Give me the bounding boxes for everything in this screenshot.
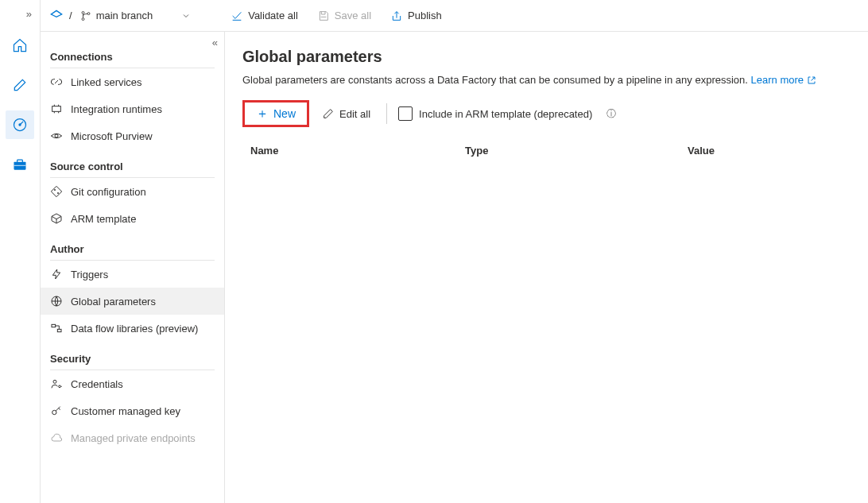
branch-dropdown[interactable]: main branch (79, 10, 193, 21)
sidebar-item-label: Integration runtimes (71, 103, 162, 115)
svg-point-6 (82, 17, 84, 20)
svg-point-16 (59, 385, 61, 388)
person-key-icon (50, 377, 63, 390)
breadcrumb-separator: / (69, 10, 72, 21)
section-author-title: Author (41, 232, 224, 260)
learn-more-label: Learn more (751, 74, 804, 86)
learn-more-link[interactable]: Learn more (751, 74, 816, 86)
sidebar-item-arm-template[interactable]: ARM template (41, 205, 224, 232)
include-arm-checkbox[interactable] (398, 106, 413, 121)
new-label: New (273, 107, 296, 120)
svg-rect-13 (52, 324, 56, 327)
sidebar-collapse-icon[interactable]: « (212, 37, 218, 48)
section-connections-title: Connections (41, 40, 224, 68)
page-description: Global parameters are constants across a… (242, 74, 851, 86)
svg-rect-3 (17, 160, 23, 162)
divider (386, 103, 387, 124)
eye-icon (50, 130, 63, 142)
rail-monitor[interactable] (6, 110, 34, 139)
rail-author[interactable] (6, 71, 34, 99)
sidebar-item-triggers[interactable]: Triggers (41, 261, 224, 288)
section-source-control-title: Source control (41, 149, 224, 177)
table-header: Name Type Value (242, 140, 851, 163)
save-all-button: Save all (309, 4, 379, 28)
sidebar-item-label: Global parameters (71, 296, 156, 308)
column-type: Type (465, 145, 688, 157)
sidebar-item-global-parameters[interactable]: Global parameters (41, 288, 224, 315)
globe-icon (50, 295, 63, 308)
sidebar-item-dataflow-libs[interactable]: Data flow libraries (preview) (41, 315, 224, 342)
validate-all-label: Validate all (248, 10, 298, 21)
svg-point-5 (82, 11, 84, 14)
cube-icon (50, 212, 63, 225)
svg-rect-4 (14, 165, 26, 166)
content: Global parameters Global parameters are … (225, 32, 868, 503)
page-description-text: Global parameters are constants across a… (242, 74, 748, 86)
sidebar-item-linked-services[interactable]: Linked services (41, 68, 224, 95)
sidebar-item-label: Microsoft Purview (71, 130, 153, 142)
left-rail: » (0, 0, 40, 503)
svg-point-9 (55, 134, 58, 137)
svg-point-15 (53, 380, 56, 383)
sidebar-item-label: Triggers (71, 269, 108, 281)
branch-label: main branch (96, 10, 153, 21)
sidebar-item-managed-pe: Managed private endpoints (41, 424, 224, 451)
svg-point-17 (52, 410, 56, 414)
plus-icon: ＋ (256, 106, 269, 122)
key-icon (50, 404, 63, 417)
sidebar-item-cmk[interactable]: Customer managed key (41, 397, 224, 424)
include-arm-label: Include in ARM template (deprecated) (419, 108, 592, 120)
gauge-icon (12, 117, 28, 133)
info-icon[interactable]: ⓘ (606, 107, 616, 121)
pencil-icon (322, 107, 335, 120)
flow-icon (50, 322, 63, 335)
sidebar-item-credentials[interactable]: Credentials (41, 370, 224, 397)
sidebar-item-label: ARM template (71, 213, 136, 225)
new-button[interactable]: ＋ New (242, 100, 309, 127)
home-icon (12, 37, 28, 53)
publish-icon (390, 10, 403, 22)
svg-point-10 (54, 189, 56, 191)
sidebar-item-label: Linked services (71, 76, 142, 88)
cloud-icon (50, 431, 63, 444)
edit-all-button[interactable]: Edit all (317, 100, 375, 127)
action-row: ＋ New Edit all Include in ARM template (… (242, 100, 851, 127)
check-underline-icon (231, 10, 243, 22)
column-value: Value (688, 145, 851, 157)
sidebar-item-label: Managed private endpoints (71, 432, 196, 444)
column-name: Name (242, 145, 465, 157)
sidebar-item-label: Credentials (71, 378, 123, 390)
svg-point-11 (57, 192, 59, 194)
lightning-icon (50, 268, 63, 281)
page-title: Global parameters (242, 48, 851, 66)
branch-icon (80, 10, 91, 21)
include-arm-row[interactable]: Include in ARM template (deprecated) (398, 106, 592, 121)
git-icon (50, 185, 63, 198)
runtime-icon (50, 103, 63, 115)
section-security-title: Security (41, 342, 224, 370)
sidebar-item-label: Git configuration (71, 186, 146, 198)
svg-rect-14 (57, 329, 61, 331)
save-all-label: Save all (335, 10, 371, 21)
sidebar-item-purview[interactable]: Microsoft Purview (41, 122, 224, 149)
factory-icon (50, 10, 63, 22)
rail-manage[interactable] (6, 150, 34, 179)
sidebar-item-label: Customer managed key (71, 405, 180, 417)
external-link-icon (807, 75, 816, 85)
sidebar-item-label: Data flow libraries (preview) (71, 323, 198, 335)
chevron-down-icon (181, 11, 191, 21)
edit-all-label: Edit all (339, 108, 370, 120)
publish-button[interactable]: Publish (382, 4, 450, 28)
rail-expand-icon[interactable]: » (0, 8, 40, 20)
save-icon (317, 10, 330, 22)
svg-point-7 (87, 12, 90, 14)
toolbox-icon (12, 157, 28, 172)
topbar: / main branch Validate all Save all Publ… (41, 0, 868, 32)
validate-all-button[interactable]: Validate all (223, 4, 306, 28)
publish-label: Publish (408, 10, 442, 21)
svg-rect-2 (14, 162, 26, 170)
rail-home[interactable] (6, 31, 34, 60)
svg-rect-8 (52, 106, 61, 112)
sidebar-item-git-config[interactable]: Git configuration (41, 178, 224, 205)
sidebar-item-integration-runtimes[interactable]: Integration runtimes (41, 95, 224, 122)
